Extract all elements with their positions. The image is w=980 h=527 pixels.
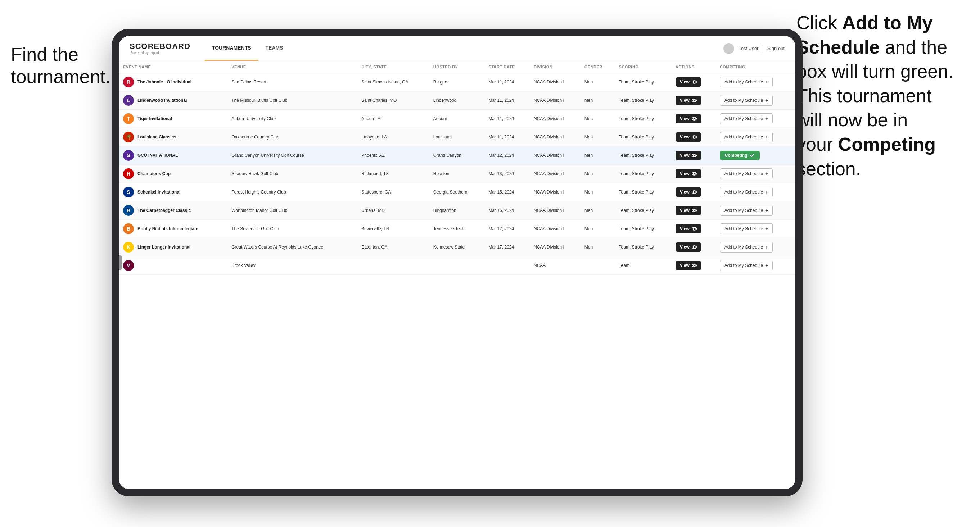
checkmark-icon (750, 153, 755, 158)
add-schedule-button[interactable]: Add to My Schedule + (720, 77, 773, 87)
venue-cell: Brook Valley (227, 257, 357, 275)
team-logo: T (123, 113, 134, 124)
view-button[interactable]: View (676, 243, 701, 252)
view-button[interactable]: View (676, 114, 701, 124)
event-name-cell: T Tiger Invitational (119, 110, 227, 128)
tab-teams[interactable]: TEAMS (258, 36, 290, 61)
view-button[interactable]: View (676, 96, 701, 105)
add-schedule-button[interactable]: Add to My Schedule + (720, 242, 773, 252)
header-right: Test User Sign out (723, 43, 784, 54)
sign-out-link[interactable]: Sign out (767, 46, 784, 51)
plus-icon: + (765, 116, 768, 122)
scoring-cell: Team, Stroke Play (615, 238, 671, 257)
add-schedule-button[interactable]: Add to My Schedule + (720, 187, 773, 197)
svg-point-4 (693, 99, 695, 102)
app-header: SCOREBOARD Powered by clippd TOURNAMENTS… (119, 36, 795, 61)
city-cell: Phoenix, AZ (357, 146, 429, 165)
table-row: H Champions Cup Shadow Hawk Golf ClubRic… (119, 165, 795, 183)
eye-icon (692, 263, 697, 268)
view-button[interactable]: View (676, 151, 701, 160)
gender-cell: Men (580, 220, 615, 238)
table-row: T Tiger Invitational Auburn University C… (119, 110, 795, 128)
hosted-cell: Binghamton (429, 202, 484, 220)
eye-icon (692, 79, 697, 84)
city-cell (357, 257, 429, 275)
view-button[interactable]: View (676, 206, 701, 215)
action-cell: View (671, 128, 716, 146)
hosted-cell: Houston (429, 165, 484, 183)
add-schedule-button[interactable]: Add to My Schedule + (720, 113, 773, 124)
division-cell: NCAA Division I (530, 110, 580, 128)
plus-icon: + (765, 134, 768, 140)
date-cell: Mar 13, 2024 (484, 165, 530, 183)
table-row: B Bobby Nichols Intercollegiate The Sevi… (119, 220, 795, 238)
competing-cell: Competing (716, 146, 795, 165)
gender-cell: Men (580, 110, 615, 128)
action-cell: View (671, 146, 716, 165)
svg-point-6 (693, 117, 695, 120)
col-scoring: SCORING (615, 61, 671, 73)
view-button[interactable]: View (676, 224, 701, 233)
team-logo: L (123, 95, 134, 106)
team-logo: R (123, 77, 134, 87)
team-logo: H (123, 168, 134, 179)
view-button[interactable]: View (676, 77, 701, 87)
event-name: Linger Longer Invitational (137, 244, 190, 250)
hosted-cell: Rutgers (429, 73, 484, 91)
venue-cell: Shadow Hawk Golf Club (227, 165, 357, 183)
venue-cell: Worthington Manor Golf Club (227, 202, 357, 220)
division-cell: NCAA Division I (530, 165, 580, 183)
view-button[interactable]: View (676, 187, 701, 197)
event-name-cell: B The Carpetbagger Classic (119, 202, 227, 220)
event-name: The Johnnie - O Individual (137, 79, 191, 84)
add-schedule-button[interactable]: Add to My Schedule + (720, 132, 773, 143)
add-schedule-button[interactable]: Add to My Schedule + (720, 260, 773, 271)
gender-cell: Men (580, 146, 615, 165)
division-cell: NCAA Division I (530, 128, 580, 146)
col-event-name: EVENT NAME (119, 61, 227, 73)
svg-point-12 (693, 173, 695, 175)
add-schedule-button[interactable]: Add to My Schedule + (720, 224, 773, 234)
hosted-cell: Georgia Southern (429, 183, 484, 202)
gender-cell (580, 257, 615, 275)
add-schedule-button[interactable]: Add to My Schedule + (720, 168, 773, 179)
plus-icon: + (765, 244, 768, 250)
city-cell: Eatonton, GA (357, 238, 429, 257)
table-row: R The Johnnie - O Individual Sea Palms R… (119, 73, 795, 91)
table-row: 🌴 Louisiana Classics Oakbourne Country C… (119, 128, 795, 146)
city-cell: Sevierville, TN (357, 220, 429, 238)
add-schedule-button[interactable]: Add to My Schedule + (720, 95, 773, 106)
team-logo: K (123, 242, 134, 252)
competing-button[interactable]: Competing (720, 151, 760, 160)
view-button[interactable]: View (676, 132, 701, 142)
date-cell: Mar 11, 2024 (484, 110, 530, 128)
date-cell: Mar 11, 2024 (484, 128, 530, 146)
hosted-cell: Auburn (429, 110, 484, 128)
date-cell: Mar 16, 2024 (484, 202, 530, 220)
view-button[interactable]: View (676, 261, 701, 270)
competing-cell: Add to My Schedule + (716, 202, 795, 220)
svg-point-20 (693, 246, 695, 248)
event-name: Schenkel Invitational (137, 190, 180, 195)
city-cell: Lafayette, LA (357, 128, 429, 146)
tab-tournaments[interactable]: TOURNAMENTS (205, 36, 258, 61)
annotation-right: Click Add to My Schedule and thebox will… (797, 11, 969, 181)
scoring-cell: Team, Stroke Play (615, 91, 671, 110)
division-cell: NCAA Division I (530, 91, 580, 110)
gender-cell: Men (580, 91, 615, 110)
event-name: Louisiana Classics (137, 135, 177, 140)
table-row: G GCU INVITATIONAL Grand Canyon Universi… (119, 146, 795, 165)
add-schedule-button[interactable]: Add to My Schedule + (720, 205, 773, 216)
svg-point-10 (693, 154, 695, 157)
eye-icon (692, 190, 697, 195)
gender-cell: Men (580, 183, 615, 202)
eye-icon (692, 226, 697, 231)
city-cell: Saint Charles, MO (357, 91, 429, 110)
plus-icon: + (765, 79, 768, 85)
svg-point-14 (693, 191, 695, 193)
scoring-cell: Team, Stroke Play (615, 165, 671, 183)
gender-cell: Men (580, 165, 615, 183)
avatar (723, 43, 734, 54)
scoring-cell: Team, Stroke Play (615, 110, 671, 128)
view-button[interactable]: View (676, 169, 701, 178)
